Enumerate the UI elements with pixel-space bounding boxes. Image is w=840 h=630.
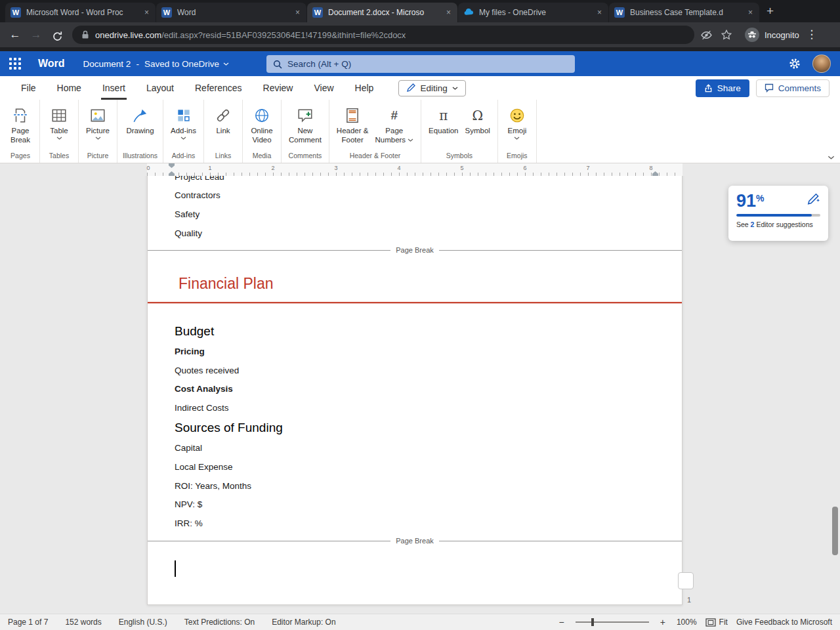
emoji-smiley-icon	[509, 105, 526, 126]
doc-text-line[interactable]: NPV: $	[175, 499, 202, 511]
menu-insert-active[interactable]: Insert	[101, 76, 127, 100]
symbol-omega-icon: Ω	[472, 105, 483, 126]
emoji-button[interactable]: Emoji	[503, 104, 532, 140]
footer-field-box[interactable]	[678, 572, 694, 589]
drawing-button[interactable]: Drawing	[123, 104, 156, 135]
doc-text-line[interactable]: Safety	[175, 209, 200, 220]
comments-button[interactable]: Comments	[756, 79, 830, 97]
doc-text-line[interactable]: Indirect Costs	[175, 402, 229, 414]
editing-mode-dropdown[interactable]: Editing	[398, 80, 465, 96]
save-status[interactable]: Saved to OneDrive	[144, 59, 229, 69]
forward-button[interactable]: →	[28, 26, 45, 43]
doc-text-line[interactable]: Quotes received	[175, 365, 239, 377]
page-break-button[interactable]: PageBreak	[6, 104, 35, 144]
document-page[interactable]: Project Lead Contractors Safety Quality …	[147, 176, 682, 605]
menu-references[interactable]: References	[194, 76, 243, 100]
doc-text-line[interactable]: Cost Analysis	[175, 383, 233, 395]
ribbon-collapse-chevron[interactable]	[828, 156, 835, 159]
table-button[interactable]: Table	[45, 104, 74, 140]
fit-to-page-button[interactable]: Fit	[705, 618, 728, 627]
doc-heading-line[interactable]: Sources of Funding	[175, 419, 283, 436]
new-comment-button[interactable]: NewComment	[286, 104, 324, 144]
zoom-level[interactable]: 100%	[677, 618, 697, 627]
tab-close-icon[interactable]: ×	[143, 8, 150, 17]
add-ins-button[interactable]: Add-ins	[168, 104, 199, 140]
picture-button[interactable]: Picture	[83, 104, 112, 140]
language-indicator[interactable]: English (U.S.)	[119, 618, 167, 627]
document-title[interactable]: Document 2	[83, 59, 131, 69]
word-count[interactable]: 152 words	[65, 618, 101, 627]
chevron-down-icon	[56, 136, 62, 140]
feedback-link[interactable]: Give Feedback to Microsoft	[736, 618, 832, 627]
word-app-header: Word Document 2 - Saved to OneDrive	[0, 51, 840, 76]
heading-rule	[148, 302, 682, 303]
menu-help[interactable]: Help	[354, 76, 375, 100]
editor-progress-track	[736, 214, 820, 217]
browser-toolbar: ← → onedrive.live.com/edit.aspx?resid=51…	[0, 22, 840, 47]
tab-close-icon[interactable]: ×	[294, 8, 301, 17]
app-launcher-icon[interactable]	[9, 58, 21, 70]
doc-heading-financial-plan[interactable]: Financial Plan	[178, 274, 273, 293]
tab-close-icon[interactable]: ×	[596, 8, 603, 17]
symbol-button[interactable]: Ω Symbol	[463, 104, 493, 135]
menu-review[interactable]: Review	[262, 76, 295, 100]
equation-button[interactable]: π Equation	[426, 104, 461, 135]
zoom-slider-thumb[interactable]	[591, 618, 594, 626]
back-button[interactable]: ←	[7, 26, 24, 43]
ruler-number: 7	[586, 165, 589, 171]
tracking-protection-eye-icon[interactable]	[698, 30, 715, 40]
link-button[interactable]: Link	[209, 104, 238, 135]
ruler-number: 1	[208, 165, 211, 171]
online-video-globe-icon	[253, 105, 270, 126]
first-line-indent-marker[interactable]	[169, 163, 175, 168]
page-indicator[interactable]: Page 1 of 7	[8, 618, 48, 627]
text-predictions-toggle[interactable]: Text Predictions: On	[184, 618, 255, 627]
zoom-in-button[interactable]: +	[658, 617, 668, 627]
group-label-tables: Tables	[45, 149, 74, 163]
right-indent-marker[interactable]	[652, 171, 658, 176]
page-break-icon	[12, 105, 29, 126]
url-bar[interactable]: onedrive.live.com/edit.aspx?resid=51BAF0…	[72, 26, 694, 44]
vertical-scrollbar-thumb[interactable]	[832, 507, 838, 555]
new-tab-button[interactable]: +	[760, 4, 780, 22]
zoom-slider[interactable]	[576, 621, 649, 623]
share-button[interactable]: Share	[696, 79, 749, 97]
editor-score-card[interactable]: 91 % See 2 Editor suggestions	[728, 186, 828, 241]
tab-close-icon[interactable]: ×	[445, 8, 452, 17]
browser-tab-4[interactable]: My files - OneDrive ×	[458, 3, 608, 22]
browser-tab-1[interactable]: W Microsoft Word - Word Proc ×	[5, 3, 156, 22]
menu-layout[interactable]: Layout	[145, 76, 175, 100]
search-input[interactable]	[287, 59, 568, 69]
doc-text-line[interactable]: Quality	[175, 228, 202, 240]
reload-button[interactable]	[49, 28, 66, 42]
doc-text-line[interactable]: Project Lead	[175, 176, 224, 183]
doc-text-line[interactable]: Pricing	[175, 346, 205, 358]
online-video-button[interactable]: OnlineVideo	[247, 104, 276, 144]
doc-text-line[interactable]: Local Expense	[175, 461, 233, 473]
doc-text-line[interactable]: ROI: Years, Months	[175, 480, 251, 492]
ribbon-insert: PageBreak Pages Table Tables Picture	[0, 100, 840, 163]
menu-home[interactable]: Home	[56, 76, 83, 100]
doc-text-line[interactable]: IRR: %	[175, 518, 203, 530]
browser-tab-2[interactable]: W Word ×	[156, 3, 306, 22]
browser-tab-3-active[interactable]: W Document 2.docx - Microso ×	[307, 3, 457, 22]
doc-heading-line[interactable]: Budget	[175, 323, 214, 340]
left-indent-marker[interactable]	[169, 171, 175, 176]
zoom-out-button[interactable]: −	[556, 617, 567, 627]
doc-text-line[interactable]: Contractors	[175, 190, 220, 201]
account-avatar[interactable]	[812, 54, 831, 73]
header-footer-button[interactable]: Header &Footer	[334, 104, 371, 144]
settings-gear-icon[interactable]	[789, 58, 801, 70]
browser-menu-icon[interactable]: ⋮	[803, 26, 820, 43]
tab-close-icon[interactable]: ×	[747, 8, 754, 17]
menu-file[interactable]: File	[20, 76, 37, 100]
editor-suggestions-link[interactable]: See 2 Editor suggestions	[736, 220, 820, 228]
editor-markup-toggle[interactable]: Editor Markup: On	[272, 618, 335, 627]
bookmark-star-icon[interactable]	[719, 30, 734, 40]
page-numbers-button[interactable]: # Page Numbers	[372, 104, 416, 144]
doc-text-line[interactable]: Capital	[175, 442, 202, 454]
word-logo[interactable]: Word	[38, 58, 65, 70]
search-box[interactable]	[266, 55, 575, 73]
menu-view[interactable]: View	[312, 76, 335, 100]
browser-tab-5[interactable]: W Business Case Template.d ×	[609, 3, 759, 22]
